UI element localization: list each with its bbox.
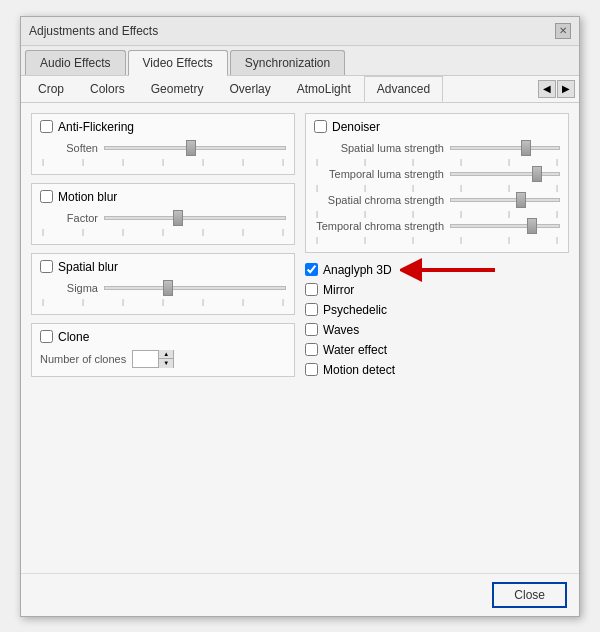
close-button[interactable]: Close (492, 582, 567, 608)
soften-label: Soften (40, 142, 98, 154)
mirror-checkbox[interactable] (305, 283, 318, 296)
spatial-chroma-thumb[interactable] (516, 192, 526, 208)
clone-checkbox-label[interactable]: Clone (40, 330, 89, 344)
denoiser-label: Denoiser (332, 120, 380, 134)
soften-slider-track[interactable] (104, 146, 286, 150)
anaglyph-checkbox-label[interactable]: Anaglyph 3D (305, 263, 392, 277)
denoiser-checkbox[interactable] (314, 120, 327, 133)
temporal-luma-track[interactable] (450, 172, 560, 176)
spatial-chroma-label: Spatial chroma strength (314, 194, 444, 206)
tab-synchronization[interactable]: Synchronization (230, 50, 345, 75)
motion-detect-checkbox-label[interactable]: Motion detect (305, 363, 569, 377)
motion-blur-checkbox[interactable] (40, 190, 53, 203)
sigma-slider-row: Sigma (40, 280, 286, 296)
adjustments-dialog: Adjustments and Effects ✕ Audio Effects … (20, 16, 580, 617)
subtab-advanced[interactable]: Advanced (364, 76, 443, 102)
sigma-slider-track[interactable] (104, 286, 286, 290)
spatial-luma-ticks: |||||| (314, 157, 560, 166)
subtab-overlay[interactable]: Overlay (216, 76, 283, 102)
anti-flickering-title: Anti-Flickering (40, 120, 286, 134)
spatial-blur-title: Spatial blur (40, 260, 286, 274)
sigma-ticks: ||||||| (40, 297, 286, 306)
temporal-chroma-track[interactable] (450, 224, 560, 228)
num-clones-spinbox[interactable]: 2 ▲ ▼ (132, 350, 174, 368)
spatial-blur-checkbox-label[interactable]: Spatial blur (40, 260, 118, 274)
clone-label: Clone (58, 330, 89, 344)
dialog-footer: Close (21, 573, 579, 616)
num-clones-label: Number of clones (40, 353, 126, 365)
soften-slider-thumb[interactable] (186, 140, 196, 156)
spinbox-down-button[interactable]: ▼ (159, 359, 173, 368)
psychedelic-checkbox[interactable] (305, 303, 318, 316)
denoiser-section: Denoiser Spatial luma strength |||||| Te… (305, 113, 569, 253)
psychedelic-checkbox-label[interactable]: Psychedelic (305, 303, 569, 317)
temporal-luma-thumb[interactable] (532, 166, 542, 182)
factor-ticks: ||||||| (40, 227, 286, 236)
temporal-chroma-ticks: |||||| (314, 235, 560, 244)
mirror-checkbox-label[interactable]: Mirror (305, 283, 569, 297)
anti-flickering-checkbox[interactable] (40, 120, 53, 133)
subtab-colors[interactable]: Colors (77, 76, 138, 102)
subtab-geometry[interactable]: Geometry (138, 76, 217, 102)
waves-checkbox-label[interactable]: Waves (305, 323, 569, 337)
anaglyph-3d-checkbox[interactable] (305, 263, 318, 276)
spatial-luma-track[interactable] (450, 146, 560, 150)
waves-label: Waves (323, 323, 359, 337)
subtab-atmolight[interactable]: AtmoLight (284, 76, 364, 102)
red-arrow-icon (400, 255, 500, 285)
denoiser-checkbox-label[interactable]: Denoiser (314, 120, 380, 134)
clone-number-row: Number of clones 2 ▲ ▼ (40, 350, 286, 368)
factor-label: Factor (40, 212, 98, 224)
anaglyph-row: Anaglyph 3D (305, 263, 569, 277)
main-tabs: Audio Effects Video Effects Synchronizat… (21, 46, 579, 76)
spatial-chroma-track[interactable] (450, 198, 560, 202)
motion-blur-label: Motion blur (58, 190, 117, 204)
close-icon[interactable]: ✕ (555, 23, 571, 39)
water-effect-label: Water effect (323, 343, 387, 357)
spinbox-up-button[interactable]: ▲ (159, 350, 173, 359)
clone-section: Clone Number of clones 2 ▲ ▼ (31, 323, 295, 377)
tab-audio-effects[interactable]: Audio Effects (25, 50, 126, 75)
title-bar: Adjustments and Effects ✕ (21, 17, 579, 46)
waves-checkbox[interactable] (305, 323, 318, 336)
anaglyph-3d-label: Anaglyph 3D (323, 263, 392, 277)
factor-slider-track[interactable] (104, 216, 286, 220)
num-clones-input[interactable]: 2 (133, 352, 158, 366)
sigma-slider-thumb[interactable] (163, 280, 173, 296)
nav-next-button[interactable]: ▶ (557, 80, 575, 98)
right-column: Denoiser Spatial luma strength |||||| Te… (305, 113, 569, 563)
soften-ticks: ||||||| (40, 157, 286, 166)
psychedelic-label: Psychedelic (323, 303, 387, 317)
water-effect-checkbox[interactable] (305, 343, 318, 356)
denoiser-title: Denoiser (314, 120, 560, 134)
temporal-chroma-thumb[interactable] (527, 218, 537, 234)
motion-blur-section: Motion blur Factor ||||||| (31, 183, 295, 245)
anti-flickering-checkbox-label[interactable]: Anti-Flickering (40, 120, 134, 134)
clone-checkbox[interactable] (40, 330, 53, 343)
subtab-crop[interactable]: Crop (25, 76, 77, 102)
clone-title: Clone (40, 330, 286, 344)
motion-detect-checkbox[interactable] (305, 363, 318, 376)
spatial-chroma-ticks: |||||| (314, 209, 560, 218)
water-effect-checkbox-label[interactable]: Water effect (305, 343, 569, 357)
spatial-blur-label: Spatial blur (58, 260, 118, 274)
temporal-luma-row: Temporal luma strength (314, 166, 560, 182)
motion-detect-label: Motion detect (323, 363, 395, 377)
factor-slider-row: Factor (40, 210, 286, 226)
spatial-chroma-row: Spatial chroma strength (314, 192, 560, 208)
spinbox-buttons: ▲ ▼ (158, 350, 173, 368)
factor-slider-thumb[interactable] (173, 210, 183, 226)
content-area: Anti-Flickering Soften ||||||| (21, 103, 579, 573)
spatial-blur-checkbox[interactable] (40, 260, 53, 273)
sub-tabs: Crop Colors Geometry Overlay AtmoLight A… (21, 76, 579, 103)
left-column: Anti-Flickering Soften ||||||| (31, 113, 295, 563)
nav-prev-button[interactable]: ◀ (538, 80, 556, 98)
spatial-luma-thumb[interactable] (521, 140, 531, 156)
dialog-title: Adjustments and Effects (29, 24, 158, 38)
soften-slider-row: Soften (40, 140, 286, 156)
sigma-label: Sigma (40, 282, 98, 294)
tab-video-effects[interactable]: Video Effects (128, 50, 228, 76)
temporal-luma-ticks: |||||| (314, 183, 560, 192)
motion-blur-checkbox-label[interactable]: Motion blur (40, 190, 117, 204)
spatial-luma-row: Spatial luma strength (314, 140, 560, 156)
